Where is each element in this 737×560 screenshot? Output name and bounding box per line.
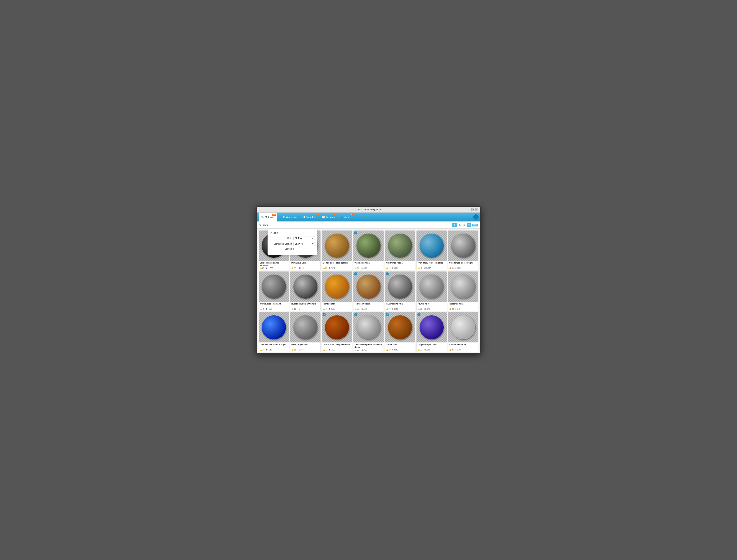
materials-icon: 🔍: [261, 216, 264, 218]
material-card[interactable]: Aluminum hairline 👍 27 ⬇ 6,195: [448, 312, 478, 352]
material-card[interactable]: ☁ Corten steel 👍 28 ⬇ 3,882: [385, 312, 415, 352]
material-card[interactable]: Material 24 👍 23 ⬇ 4,100: [322, 353, 352, 353]
material-card[interactable]: ☁ Flipped Purple Paint 👍 27 ⬇ 5,188: [417, 312, 447, 352]
cloud-badge: ☁: [322, 313, 326, 316]
material-sphere: [451, 275, 475, 299]
likes-stat: 👍 41: [260, 308, 264, 310]
material-name: Pewter V1.0: [418, 303, 446, 308]
card-thumbnail: [417, 272, 447, 302]
card-info: Black painted coated sandblas... 👍 89 ⬇ …: [259, 261, 289, 270]
material-sphere: [420, 234, 444, 258]
likes-stat: 👍 38: [354, 308, 359, 310]
material-card[interactable]: Material 25 👍 22 ⬇ 3,800: [353, 353, 384, 353]
title-bar: Cloud Library - Logged in 🗖 ✕: [257, 207, 480, 213]
material-card[interactable]: ☁ 3d like Microphone Mesh with Space 👍 3…: [353, 312, 384, 352]
material-card[interactable]: Worn Edged Red Paint 👍 41 ⬇ 6,002: [259, 271, 289, 311]
material-card[interactable]: Paint scratch 👍 40 ⬇ 8,939: [322, 271, 352, 311]
tab-models[interactable]: 🔷 Models 6: [337, 213, 353, 221]
tab-environments[interactable]: 🌐 Environments: [277, 213, 300, 221]
filter-version-select[interactable]: Show All V5 V6 V7: [293, 242, 315, 246]
cloud-badge: ☁: [386, 313, 389, 316]
close-button[interactable]: ✕: [475, 208, 478, 211]
material-card[interactable]: Material 28 👍 19 ⬇ 3,200: [448, 353, 478, 353]
material-card[interactable]: RONIN Titanium WARMER 👍 41 ⬇ 6,414: [290, 271, 320, 311]
grid-view-button[interactable]: ⊞: [467, 223, 471, 227]
material-card[interactable]: Cold forged steel (rough) 👍 41 ⬇ 8,296: [448, 230, 478, 270]
material-name: 3d like Microphone Mesh with Space: [354, 343, 383, 349]
card-info: Tarnished Metal 👍 36 ⬇ 8,457: [448, 302, 478, 311]
filter-verified-row: Verified: [270, 248, 314, 250]
material-sphere: [388, 234, 412, 258]
material-card[interactable]: ☁ Weathered Metal 👍 47 ⬇ 7,523: [353, 230, 384, 270]
material-card[interactable]: ☁ Textured Copper 👍 38 ⬇ 5,142: [353, 271, 384, 311]
likes-stat: 👍 41: [449, 267, 454, 269]
card-info: Primi-Metal rock coat glass 👍 46 ⬇ 12,24…: [417, 261, 447, 270]
card-thumbnail: [290, 272, 320, 302]
card-stats: 👍 47 ⬇ 7,523: [354, 267, 383, 269]
minimize-button[interactable]: 🗖: [472, 208, 474, 211]
card-stats: 👍 31 ⬇ 5,068: [291, 349, 319, 351]
material-card[interactable]: ☁ Hammertone Paint 👍 37 ⬇ 6,116: [385, 271, 415, 311]
view-controls: ≡ ⊞ 2869: [462, 223, 478, 227]
material-card[interactable]: Tarnished Metal 👍 36 ⬇ 8,457: [448, 271, 478, 311]
filter-button[interactable]: ▼: [452, 223, 457, 227]
card-stats: 👍 36 ⬇ 8,457: [449, 308, 477, 310]
material-sphere: [451, 315, 475, 339]
tab-backplates[interactable]: 🖼 Backplates 1: [300, 213, 320, 221]
material-name: Tarnished Metal: [449, 303, 477, 308]
list-view-button[interactable]: ≡: [462, 223, 466, 227]
clear-search-button[interactable]: ✕: [449, 224, 451, 226]
material-card[interactable]: Material 26 👍 21 ⬇ 3,600: [385, 353, 415, 353]
likes-stat: 👍 36: [418, 308, 422, 310]
material-sphere: [420, 275, 444, 299]
card-thumbnail: ☁: [353, 272, 384, 302]
tab-models-label: Models: [343, 216, 351, 218]
material-card[interactable]: Material 23 👍 24 ⬇ 3,900: [290, 353, 320, 353]
card-thumbnail: [259, 272, 289, 302]
card-thumbnail: [259, 312, 289, 342]
material-card[interactable]: Paint Metallic Jet blue super 👍 34 ⬇ 5,5…: [259, 312, 289, 352]
material-card[interactable]: Material 22 👍 25 ⬇ 4,200: [259, 353, 289, 353]
search-input[interactable]: [263, 224, 447, 226]
filter-date-select[interactable]: All Time Today This Week This Month This…: [293, 236, 315, 240]
tab-textures-label: Textures: [326, 216, 335, 218]
material-card[interactable]: Pewter V1.0 👍 36 ⬇ 6,370: [417, 271, 447, 311]
downloads-stat: ⬇ 3,882: [392, 349, 398, 351]
materials-badge: 400: [272, 214, 276, 216]
card-thumbnail: [290, 312, 320, 342]
downloads-stat: ⬇ 13,439: [297, 267, 304, 269]
material-sphere: [262, 275, 286, 299]
card-info: Worn Edged Red Paint 👍 41 ⬇ 6,002: [259, 302, 289, 311]
card-thumbnail: [448, 272, 478, 302]
material-card[interactable]: Worn forged steel 👍 31 ⬇ 5,068: [290, 312, 320, 352]
downloads-stat: ⬇ 5,520: [329, 349, 335, 351]
likes-stat: 👍 89: [260, 267, 264, 269]
likes-stat: 👍 31: [323, 349, 327, 351]
user-avatar[interactable]: 👤: [473, 214, 479, 220]
material-card[interactable]: Primi-Metal rock coat glass 👍 46 ⬇ 12,24…: [417, 230, 447, 270]
material-name: Paint scratch: [323, 303, 351, 308]
material-card[interactable]: Corten steel - steel splatter 👍 52 ⬇ 7,9…: [322, 230, 352, 270]
filter-popup: FILTER Date All Time Today This Week Thi…: [267, 229, 317, 255]
material-card[interactable]: Material 27 👍 20 ⬇ 3,400: [417, 353, 447, 353]
card-info: Textured Copper 👍 38 ⬇ 5,142: [353, 302, 384, 311]
tab-materials[interactable]: 🔍 Materials 400: [259, 213, 277, 221]
likes-stat: 👍 46: [386, 267, 391, 269]
material-name: Damascus Steel: [291, 262, 319, 267]
filter-verified-checkbox[interactable]: [293, 248, 296, 250]
material-card[interactable]: NR Bronze Patina 👍 46 ⬇ 5,517: [385, 230, 415, 270]
material-name: Worn Edged Red Paint: [260, 303, 288, 308]
likes-stat: 👍 52: [323, 267, 327, 269]
material-sphere: [451, 234, 475, 258]
result-count: 2869: [472, 224, 478, 226]
sort-button[interactable]: ⇅: [459, 224, 461, 226]
downloads-stat: ⬇ 6,414: [297, 308, 303, 310]
likes-stat: 👍 30: [354, 349, 359, 351]
material-card[interactable]: ☁ Corten steel - deep scratches 👍 31 ⬇ 5…: [322, 312, 352, 352]
card-stats: 👍 89 ⬇ 11,653: [260, 267, 288, 269]
tab-textures[interactable]: ⬜ Textures 5: [319, 213, 337, 221]
downloads-stat: ⬇ 6,195: [455, 349, 461, 351]
textures-badge: 5: [334, 214, 336, 216]
material-sphere: [325, 315, 349, 339]
filter-date-row: Date All Time Today This Week This Month…: [270, 236, 314, 240]
